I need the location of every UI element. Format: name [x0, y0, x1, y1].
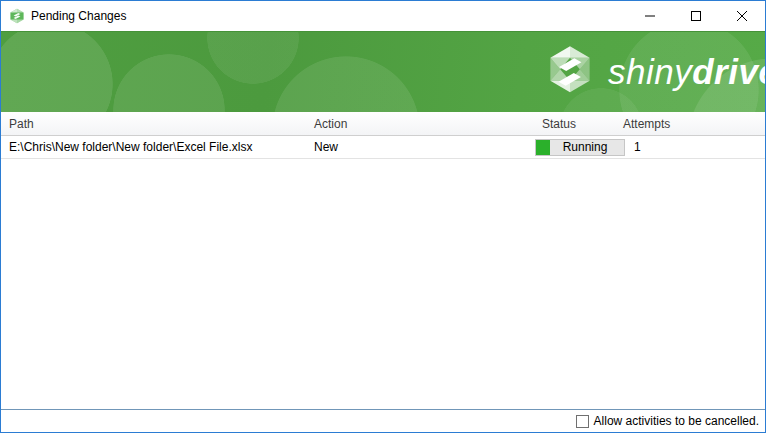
- list-header: Path Action Status Attempts: [1, 112, 765, 136]
- cell-status: Running: [534, 139, 623, 156]
- close-icon: [737, 11, 747, 21]
- column-header-path[interactable]: Path: [1, 117, 306, 131]
- brand-name-light: shiny: [608, 52, 692, 91]
- pending-changes-window: Pending Changes: [0, 0, 766, 433]
- statusbar: Allow activities to be cancelled.: [1, 409, 765, 432]
- shinydrive-hexagon-icon: [542, 42, 598, 102]
- cell-path: E:\Chris\New folder\New folder\Excel Fil…: [1, 140, 306, 154]
- close-button[interactable]: [719, 1, 765, 31]
- app-icon[interactable]: [9, 8, 25, 24]
- cell-action: New: [306, 140, 534, 154]
- column-header-action[interactable]: Action: [306, 117, 534, 131]
- window-controls: [627, 1, 765, 31]
- column-header-status[interactable]: Status: [534, 117, 623, 131]
- cell-attempts: 1: [623, 140, 765, 154]
- table-row[interactable]: E:\Chris\New folder\New folder\Excel Fil…: [1, 136, 765, 159]
- cancel-checkbox[interactable]: [576, 415, 589, 428]
- minimize-button[interactable]: [627, 1, 673, 31]
- status-badge: Running: [536, 140, 624, 154]
- list-empty-area: [1, 159, 765, 409]
- brand-banner: shinydrive: [1, 31, 765, 112]
- status-progress-bar: Running: [535, 139, 625, 156]
- brand-wordmark: shinydrive: [608, 42, 765, 102]
- pending-changes-list: Path Action Status Attempts E:\Chris\New…: [1, 112, 765, 159]
- brand-logo: shinydrive: [542, 42, 765, 102]
- window-title: Pending Changes: [31, 1, 126, 31]
- cancel-checkbox-label[interactable]: Allow activities to be cancelled.: [594, 414, 759, 428]
- maximize-icon: [691, 11, 701, 21]
- titlebar[interactable]: Pending Changes: [1, 1, 765, 31]
- brand-name-bold: drive: [692, 52, 765, 91]
- maximize-button[interactable]: [673, 1, 719, 31]
- column-header-attempts[interactable]: Attempts: [623, 117, 765, 131]
- minimize-icon: [645, 11, 655, 21]
